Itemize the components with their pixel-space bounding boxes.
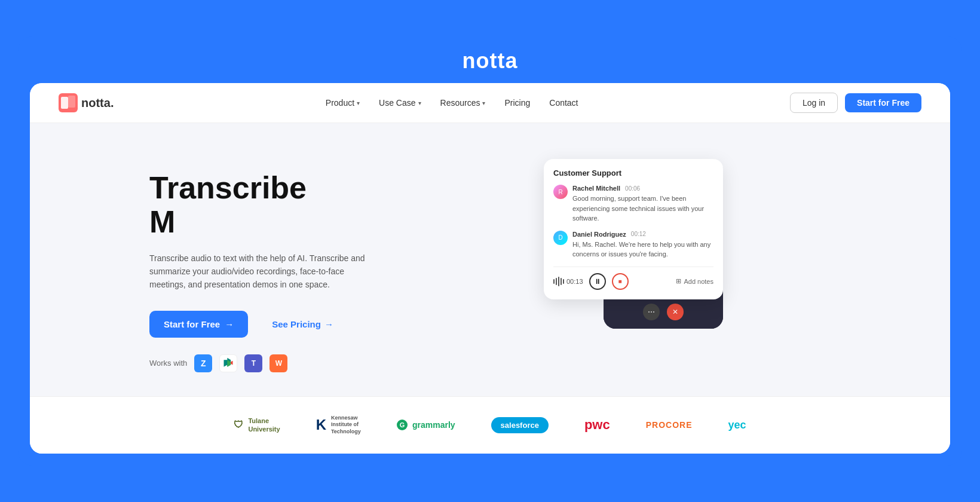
end-call-button[interactable]: ✕ — [667, 304, 684, 320]
zoom-icon: Z — [194, 354, 212, 372]
hero-content: Transcribe M Transcribe audio to text wi… — [149, 159, 400, 372]
playback-timer: 00:13 — [553, 277, 583, 286]
daniel-meta: Daniel Rodriguez 00:12 — [572, 231, 713, 238]
transcript-message-2: D Daniel Rodriguez 00:12 Hi, Ms. Rachel.… — [553, 231, 713, 259]
playback-controls: 00:13 ⏸ ■ ⊞ Add notes — [553, 267, 713, 290]
chevron-down-icon: ▾ — [357, 100, 360, 106]
nav-pricing[interactable]: Pricing — [504, 98, 530, 108]
rachel-time: 00:06 — [625, 185, 640, 192]
hero-visual: Notta Bot ⋯ ✕ Customer Support R — [424, 159, 902, 329]
arrow-right-icon: → — [225, 319, 234, 329]
daniel-text: Hi, Ms. Rachel. We're here to help you w… — [572, 240, 713, 259]
notes-icon: ⊞ — [676, 277, 681, 285]
nav-links: Product ▾ Use Case ▾ Resources ▾ Pricing… — [326, 98, 578, 108]
logos-section: 🛡 TulaneUniversity K Kennesaw Institute … — [30, 396, 950, 454]
tulane-shield-icon: 🛡 — [234, 420, 243, 430]
waveform-icon — [553, 277, 564, 286]
daniel-avatar: D — [553, 231, 568, 245]
hero-buttons: Start for Free → See Pricing → — [149, 311, 400, 338]
rachel-message-content: Rachel Mitchell 00:06 Good morning, supp… — [572, 185, 713, 224]
transcript-message-1: R Rachel Mitchell 00:06 Good morning, su… — [553, 185, 713, 224]
rachel-name: Rachel Mitchell — [572, 185, 620, 192]
google-meet-icon — [219, 354, 237, 372]
works-with: Works with Z T W — [149, 354, 400, 372]
logo[interactable]: notta. — [59, 93, 114, 112]
hero-pricing-button[interactable]: See Pricing → — [260, 311, 345, 338]
transcript-header: Customer Support — [553, 169, 713, 177]
hero-section: Transcribe M Transcribe audio to text wi… — [30, 123, 950, 396]
app-icon: W — [270, 354, 287, 372]
video-controls: ⋯ ✕ — [611, 301, 716, 323]
login-button[interactable]: Log in — [790, 93, 838, 113]
logo-salesforce: salesforce — [491, 417, 549, 433]
logo-icon — [59, 93, 78, 112]
rachel-text: Good morning, support team. I've been ex… — [572, 194, 713, 224]
main-card: notta. Product ▾ Use Case ▾ Resources ▾ … — [30, 83, 950, 454]
arrow-right-icon: → — [324, 319, 333, 329]
logo-kennesaw: K Kennesaw Institute of Technology — [316, 415, 361, 436]
nav-contact[interactable]: Contact — [549, 98, 578, 108]
logo-grammarly: G grammarly — [397, 420, 455, 430]
grammarly-circle-icon: G — [397, 420, 408, 430]
logo-pwc: pwc — [584, 417, 610, 433]
stop-button[interactable]: ■ — [612, 273, 629, 290]
daniel-message-content: Daniel Rodriguez 00:12 Hi, Ms. Rachel. W… — [572, 231, 713, 259]
transcript-card: Customer Support R Rachel Mitchell 00:06… — [544, 159, 723, 299]
chevron-down-icon: ▾ — [482, 100, 485, 106]
daniel-time: 00:12 — [631, 231, 646, 237]
logo-yec: yec — [728, 419, 746, 431]
rachel-avatar: R — [553, 185, 568, 199]
pause-button[interactable]: ⏸ — [589, 273, 606, 290]
rachel-meta: Rachel Mitchell 00:06 — [572, 185, 713, 192]
daniel-name: Daniel Rodriguez — [572, 231, 626, 238]
nav-actions: Log in Start for Free — [790, 93, 921, 113]
nav-usecase[interactable]: Use Case ▾ — [379, 98, 421, 108]
start-free-button[interactable]: Start for Free — [845, 93, 921, 112]
svg-rect-1 — [61, 97, 68, 109]
page-wrapper: notta notta. Product ▾ Use Case — [18, 36, 962, 466]
menu-button[interactable]: ⋯ — [643, 304, 660, 320]
chevron-down-icon: ▾ — [418, 100, 421, 106]
logo-procore: PROCORE — [646, 420, 693, 430]
nav-product[interactable]: Product ▾ — [326, 98, 360, 108]
svg-rect-2 — [68, 96, 75, 108]
hero-subtitle: Transcribe audio to text with the help o… — [149, 252, 376, 292]
logo-text: notta. — [81, 96, 114, 110]
add-notes-button[interactable]: ⊞ Add notes — [676, 277, 713, 285]
brand-header-title: notta — [30, 48, 950, 74]
logo-tulane: 🛡 TulaneUniversity — [234, 417, 280, 434]
nav-resources[interactable]: Resources ▾ — [440, 98, 486, 108]
hero-title: Transcribe M — [149, 171, 400, 239]
hero-start-button[interactable]: Start for Free → — [149, 311, 248, 338]
navbar: notta. Product ▾ Use Case ▾ Resources ▾ … — [30, 83, 950, 123]
teams-icon: T — [244, 354, 262, 372]
